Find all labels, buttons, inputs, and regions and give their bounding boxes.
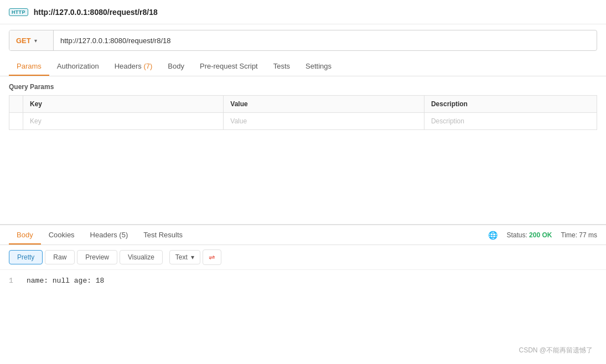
format-visualize-button[interactable]: Visualize [120,250,163,264]
tab-settings[interactable]: Settings [298,56,339,76]
method-text: GET [16,37,31,45]
watermark: CSDN @不能再留遗憾了 [519,346,593,355]
col-checkbox [9,96,23,113]
globe-icon: 🌐 [488,231,498,240]
chevron-down-icon: ▾ [34,38,37,44]
format-bar: Pretty Raw Preview Visualize Text ▾ ⇌ [0,245,606,270]
tab-pre-request-script[interactable]: Pre-request Script [192,56,266,76]
filter-icon-button[interactable]: ⇌ [203,249,221,265]
format-preview-button[interactable]: Preview [77,250,117,264]
response-tab-test-results[interactable]: Test Results [136,225,190,245]
format-dropdown[interactable]: Text ▾ [169,250,200,264]
row-checkbox [9,113,23,130]
format-raw-button[interactable]: Raw [45,250,75,264]
response-tab-body[interactable]: Body [9,225,41,245]
time-value: 77 ms [579,231,597,239]
title-bar: HTTP http://127.0.0.1:8080/request/r8/18 [0,0,606,24]
row-description[interactable]: Description [424,113,597,130]
response-section: Body Cookies Headers (5) Test Results 🌐 … [0,224,606,292]
tab-authorization[interactable]: Authorization [49,56,107,76]
tab-body[interactable]: Body [160,56,192,76]
request-tabs-list: Params Authorization Headers (7) Body Pr… [9,56,597,76]
response-tabs-list: Body Cookies Headers (5) Test Results [9,225,190,245]
response-tabs-bar: Body Cookies Headers (5) Test Results 🌐 … [0,225,606,245]
url-input[interactable] [54,37,597,45]
headers-badge: (7) [143,62,152,70]
line-number-1: 1 [9,277,18,285]
col-key: Key [23,96,224,113]
url-bar: GET ▾ [9,30,597,51]
http-badge: HTTP [9,8,28,16]
tab-headers[interactable]: Headers (7) [107,56,160,76]
response-tab-cookies[interactable]: Cookies [41,225,82,245]
tab-tests[interactable]: Tests [266,56,298,76]
response-tab-headers[interactable]: Headers (5) [82,225,136,245]
status-code: 200 OK [529,231,552,239]
format-pretty-button[interactable]: Pretty [9,250,43,264]
row-key[interactable]: Key [23,113,224,130]
status-label: Status: 200 OK [506,231,552,239]
method-select[interactable]: GET ▾ [9,30,54,50]
request-tabs-section: Params Authorization Headers (7) Body Pr… [0,56,606,76]
title-url: http://127.0.0.1:8080/request/r8/18 [34,8,158,17]
params-table: Key Value Description Key Value Descript… [9,95,597,130]
response-headers-badge: (5) [119,231,128,239]
format-type-label: Text [175,253,188,261]
query-params-section: Query Params Key Value Description Key V… [0,76,606,130]
time-label: Time: 77 ms [561,231,597,239]
query-params-title: Query Params [9,83,597,91]
response-status: 🌐 Status: 200 OK Time: 77 ms [488,231,597,240]
response-code-line-1: name: null age: 18 [27,277,104,285]
chevron-down-icon: ▾ [191,253,194,261]
response-body: 1 name: null age: 18 [0,270,606,292]
spacer [0,130,606,224]
tab-params[interactable]: Params [9,56,49,76]
col-value: Value [224,96,424,113]
row-value[interactable]: Value [224,113,424,130]
col-description: Description [424,96,597,113]
table-row: Key Value Description [9,113,597,130]
